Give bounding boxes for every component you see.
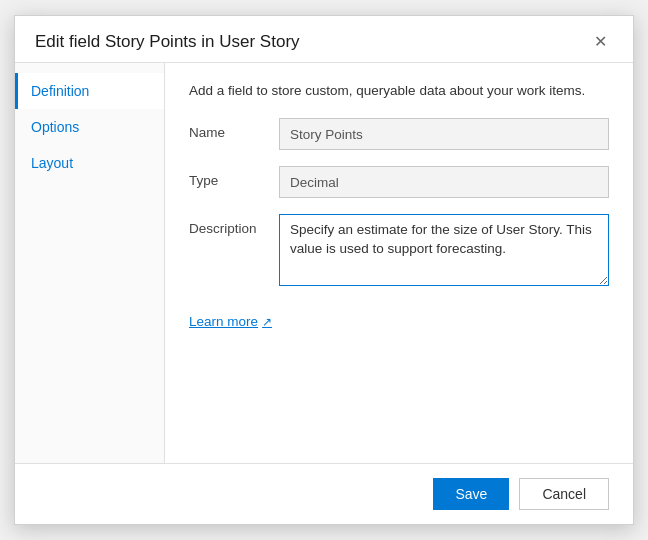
- dialog-footer: Save Cancel: [15, 463, 633, 524]
- description-label: Description: [189, 214, 279, 236]
- close-button[interactable]: ✕: [588, 32, 613, 52]
- name-field-row: Name: [189, 118, 609, 150]
- sidebar: Definition Options Layout: [15, 63, 165, 463]
- learn-more-button[interactable]: Learn more ↗: [189, 314, 272, 329]
- description-field-row: Description Specify an estimate for the …: [189, 214, 609, 286]
- sidebar-item-options[interactable]: Options: [15, 109, 164, 145]
- external-link-icon: ↗: [262, 315, 272, 329]
- dialog-body: Definition Options Layout Add a field to…: [15, 63, 633, 463]
- content-description: Add a field to store custom, queryable d…: [189, 83, 609, 98]
- name-input[interactable]: [279, 118, 609, 150]
- type-field-row: Type: [189, 166, 609, 198]
- sidebar-item-definition[interactable]: Definition: [15, 73, 164, 109]
- definition-content: Add a field to store custom, queryable d…: [165, 63, 633, 463]
- sidebar-item-layout[interactable]: Layout: [15, 145, 164, 181]
- save-button[interactable]: Save: [433, 478, 509, 510]
- dialog-header: Edit field Story Points in User Story ✕: [15, 16, 633, 63]
- name-label: Name: [189, 118, 279, 140]
- dialog-title: Edit field Story Points in User Story: [35, 32, 300, 52]
- cancel-button[interactable]: Cancel: [519, 478, 609, 510]
- type-input[interactable]: [279, 166, 609, 198]
- edit-field-dialog: Edit field Story Points in User Story ✕ …: [14, 15, 634, 525]
- learn-more-label: Learn more: [189, 314, 258, 329]
- description-textarea[interactable]: Specify an estimate for the size of User…: [279, 214, 609, 286]
- type-label: Type: [189, 166, 279, 188]
